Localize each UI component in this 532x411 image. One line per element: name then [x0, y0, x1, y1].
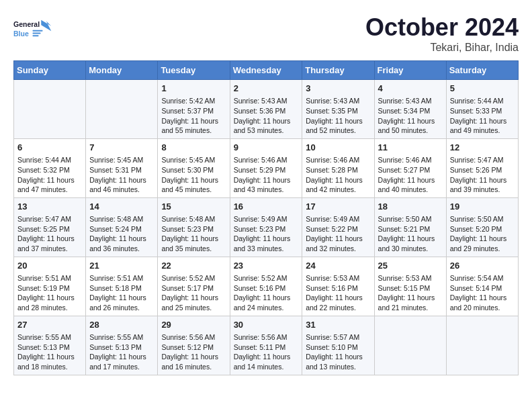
daylight-text: Daylight: 11 hours and 25 minutes.: [161, 293, 226, 312]
calendar-cell: 23Sunrise: 5:52 AMSunset: 5:16 PMDayligh…: [230, 257, 302, 316]
day-number: 11: [378, 142, 443, 154]
svg-marker-1: [41, 20, 51, 32]
daylight-text: Daylight: 11 hours and 40 minutes.: [378, 175, 443, 195]
daylight-text: Daylight: 11 hours and 28 minutes.: [17, 293, 82, 312]
day-number: 14: [89, 201, 154, 213]
sunrise-text: Sunrise: 5:52 AM: [234, 273, 299, 283]
calendar-week-5: 27Sunrise: 5:55 AMSunset: 5:13 PMDayligh…: [14, 316, 519, 375]
sunset-text: Sunset: 5:20 PM: [450, 224, 515, 234]
daylight-text: Daylight: 11 hours and 32 minutes.: [306, 234, 370, 253]
sunset-text: Sunset: 5:22 PM: [306, 224, 370, 234]
day-number: 30: [234, 319, 299, 331]
day-number: 28: [89, 319, 154, 331]
calendar-cell: 28Sunrise: 5:55 AMSunset: 5:13 PMDayligh…: [86, 316, 158, 375]
calendar-cell: 13Sunrise: 5:47 AMSunset: 5:25 PMDayligh…: [14, 197, 86, 257]
day-number: 27: [17, 319, 82, 331]
sunset-text: Sunset: 5:13 PM: [17, 342, 82, 353]
sunrise-text: Sunrise: 5:46 AM: [378, 155, 443, 165]
day-number: 20: [17, 260, 82, 272]
sunrise-text: Sunrise: 5:55 AM: [17, 332, 82, 342]
title-block: October 2024 Tekari, Bihar, India: [365, 13, 519, 54]
sunset-text: Sunset: 5:33 PM: [450, 106, 515, 116]
sunrise-text: Sunrise: 5:56 AM: [161, 332, 226, 342]
calendar-cell: 1Sunrise: 5:42 AMSunset: 5:37 PMDaylight…: [158, 80, 230, 139]
day-number: 21: [89, 260, 154, 272]
weekday-header-monday: Monday: [86, 61, 158, 80]
calendar-cell: 11Sunrise: 5:46 AMSunset: 5:27 PMDayligh…: [374, 138, 446, 197]
sunrise-text: Sunrise: 5:42 AM: [161, 96, 226, 106]
daylight-text: Daylight: 11 hours and 13 minutes.: [306, 352, 370, 371]
sunset-text: Sunset: 5:19 PM: [17, 283, 82, 293]
sunset-text: Sunset: 5:37 PM: [161, 106, 226, 116]
sunrise-text: Sunrise: 5:46 AM: [306, 155, 370, 165]
weekday-header-thursday: Thursday: [302, 61, 374, 80]
calendar-cell: [14, 80, 86, 139]
day-number: 18: [378, 201, 443, 213]
sunset-text: Sunset: 5:15 PM: [378, 283, 443, 293]
sunrise-text: Sunrise: 5:53 AM: [306, 273, 370, 283]
sunset-text: Sunset: 5:16 PM: [234, 283, 299, 293]
daylight-text: Daylight: 11 hours and 22 minutes.: [306, 293, 370, 312]
day-number: 10: [306, 142, 370, 154]
calendar-cell: [446, 316, 518, 375]
calendar-cell: 2Sunrise: 5:43 AMSunset: 5:36 PMDaylight…: [230, 80, 302, 139]
daylight-text: Daylight: 11 hours and 49 minutes.: [450, 116, 515, 136]
calendar-cell: 7Sunrise: 5:45 AMSunset: 5:31 PMDaylight…: [86, 138, 158, 197]
day-number: 2: [234, 83, 299, 95]
daylight-text: Daylight: 11 hours and 53 minutes.: [234, 116, 299, 136]
sunrise-text: Sunrise: 5:43 AM: [234, 96, 299, 106]
sunset-text: Sunset: 5:12 PM: [161, 342, 226, 353]
day-number: 29: [161, 319, 226, 331]
daylight-text: Daylight: 11 hours and 50 minutes.: [378, 116, 443, 136]
sunrise-text: Sunrise: 5:51 AM: [17, 273, 82, 283]
day-number: 8: [161, 142, 226, 154]
sunrise-text: Sunrise: 5:47 AM: [450, 155, 515, 165]
sunrise-text: Sunrise: 5:49 AM: [234, 214, 299, 224]
sunrise-text: Sunrise: 5:43 AM: [378, 96, 443, 106]
page-header: General Blue October 2024 Tekari, Bihar,…: [13, 13, 519, 54]
sunrise-text: Sunrise: 5:45 AM: [161, 155, 226, 165]
day-number: 22: [161, 260, 226, 272]
daylight-text: Daylight: 11 hours and 20 minutes.: [450, 293, 515, 312]
daylight-text: Daylight: 11 hours and 21 minutes.: [378, 293, 443, 312]
sunset-text: Sunset: 5:31 PM: [89, 165, 154, 175]
day-number: 15: [161, 201, 226, 213]
calendar-week-4: 20Sunrise: 5:51 AMSunset: 5:19 PMDayligh…: [14, 257, 519, 316]
sunset-text: Sunset: 5:13 PM: [89, 342, 154, 353]
daylight-text: Daylight: 11 hours and 36 minutes.: [89, 234, 154, 253]
daylight-text: Daylight: 11 hours and 33 minutes.: [234, 234, 299, 253]
daylight-text: Daylight: 11 hours and 45 minutes.: [161, 175, 226, 195]
day-number: 12: [450, 142, 515, 154]
calendar-cell: 15Sunrise: 5:48 AMSunset: 5:23 PMDayligh…: [158, 197, 230, 257]
calendar-week-3: 13Sunrise: 5:47 AMSunset: 5:25 PMDayligh…: [14, 197, 519, 257]
calendar-cell: 25Sunrise: 5:53 AMSunset: 5:15 PMDayligh…: [374, 257, 446, 316]
svg-text:General: General: [13, 20, 40, 28]
calendar-cell: 22Sunrise: 5:52 AMSunset: 5:17 PMDayligh…: [158, 257, 230, 316]
calendar-body: 1Sunrise: 5:42 AMSunset: 5:37 PMDaylight…: [14, 80, 519, 375]
sunrise-text: Sunrise: 5:57 AM: [306, 332, 370, 342]
daylight-text: Daylight: 11 hours and 55 minutes.: [161, 116, 226, 136]
calendar-cell: 27Sunrise: 5:55 AMSunset: 5:13 PMDayligh…: [14, 316, 86, 375]
day-number: 3: [306, 83, 370, 95]
calendar-cell: 19Sunrise: 5:50 AMSunset: 5:20 PMDayligh…: [446, 197, 518, 257]
daylight-text: Daylight: 11 hours and 52 minutes.: [306, 116, 370, 136]
sunrise-text: Sunrise: 5:44 AM: [17, 155, 82, 165]
sunrise-text: Sunrise: 5:47 AM: [17, 214, 82, 224]
daylight-text: Daylight: 11 hours and 37 minutes.: [17, 234, 82, 253]
calendar-table: SundayMondayTuesdayWednesdayThursdayFrid…: [13, 60, 519, 375]
sunset-text: Sunset: 5:30 PM: [161, 165, 226, 175]
sunset-text: Sunset: 5:17 PM: [161, 283, 226, 293]
sunset-text: Sunset: 5:25 PM: [17, 224, 82, 234]
day-number: 26: [450, 260, 515, 272]
day-number: 9: [234, 142, 299, 154]
calendar-cell: 5Sunrise: 5:44 AMSunset: 5:33 PMDaylight…: [446, 80, 518, 139]
day-number: 7: [89, 142, 154, 154]
calendar-cell: 6Sunrise: 5:44 AMSunset: 5:32 PMDaylight…: [14, 138, 86, 197]
location-subtitle: Tekari, Bihar, India: [365, 42, 519, 54]
sunset-text: Sunset: 5:34 PM: [378, 106, 443, 116]
daylight-text: Daylight: 11 hours and 47 minutes.: [17, 175, 82, 195]
daylight-text: Daylight: 11 hours and 30 minutes.: [378, 234, 443, 253]
sunrise-text: Sunrise: 5:51 AM: [89, 273, 154, 283]
day-number: 19: [450, 201, 515, 213]
daylight-text: Daylight: 11 hours and 46 minutes.: [89, 175, 154, 195]
